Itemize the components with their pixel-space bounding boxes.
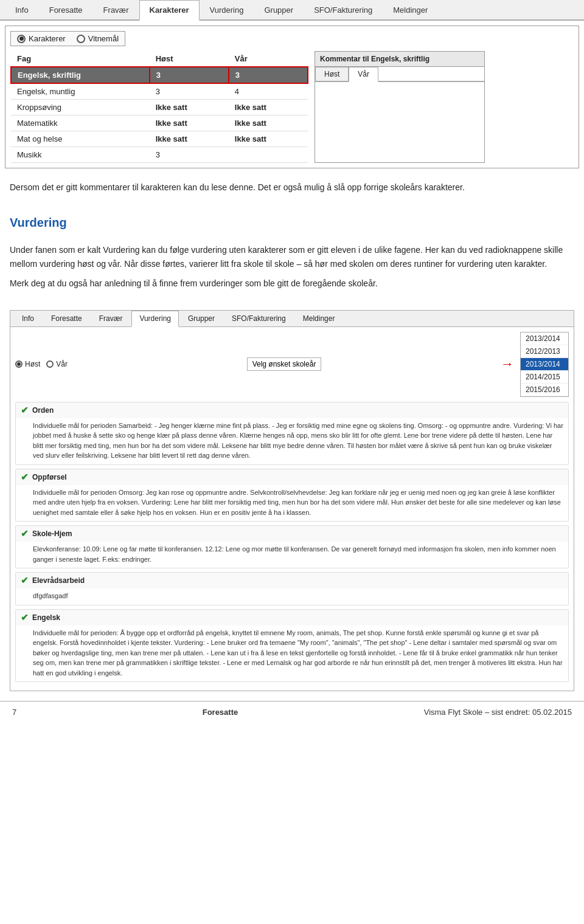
subject-name-elevrad: Elevrådsarbeid [32, 576, 85, 585]
nav-tab-foresatte[interactable]: Foresatte [39, 0, 93, 19]
subject-header-elevrad: ✔ Elevrådsarbeid [16, 573, 568, 588]
screenshot-nav-sfo[interactable]: SFO/Fakturering [224, 311, 294, 326]
comment-tab-host[interactable]: Høst [315, 67, 349, 81]
check-icon: ✔ [21, 575, 29, 586]
screenshot-controls: Høst Vår Velg ønsket skoleår → 2013/2014… [15, 332, 569, 397]
table-row[interactable]: Engelsk, muntlig 3 4 [11, 83, 308, 100]
screenshot-box: Info Foresatte Fravær Vurdering Grupper … [10, 310, 574, 692]
year-select-button[interactable]: Velg ønsket skoleår [247, 357, 322, 371]
subject-body-orden: Individuelle mål for perioden Samarbeid:… [16, 418, 568, 464]
nav-tab-fravar[interactable]: Fravær [93, 0, 139, 19]
radio-host-dot [15, 360, 23, 368]
subject-body-elevrad: dfgdfasgadf [16, 588, 568, 605]
host-cell: 3 [150, 147, 229, 163]
screenshot-nav-vurdering[interactable]: Vurdering [131, 311, 179, 327]
year-option[interactable]: 2014/2015 [521, 371, 568, 384]
table-row[interactable]: Engelsk, skriftlig 3 3 [11, 67, 308, 83]
comment-content [315, 82, 484, 155]
page-footer: 7 Foresatte Visma Flyt Skole – sist endr… [0, 701, 584, 723]
radio-var-small[interactable]: Vår [46, 360, 68, 368]
radio-vitnemal[interactable]: Vitnemål [77, 34, 119, 43]
var-cell: 4 [229, 83, 308, 100]
radio-host-label: Høst [25, 360, 40, 368]
nav-tab-grupper[interactable]: Grupper [254, 0, 304, 19]
table-row[interactable]: Musikk 3 [11, 147, 308, 163]
radio-var-label: Vår [56, 360, 68, 368]
footer-page-number: 7 [12, 708, 16, 717]
radio-var-dot [46, 360, 54, 368]
description-section: Dersom det er gitt kommentarer til karak… [0, 173, 584, 206]
nav-tab-karakterer[interactable]: Karakterer [139, 0, 200, 21]
fag-cell: Mat og helse [11, 131, 150, 147]
subject-name-oppforsel: Oppførsel [32, 473, 67, 481]
table-row[interactable]: Mat og helse Ikke satt Ikke satt [11, 131, 308, 147]
radio-host-small[interactable]: Høst [15, 360, 40, 368]
radio-karakterer[interactable]: Karakterer [17, 34, 66, 43]
fag-cell: Engelsk, muntlig [11, 83, 150, 100]
screenshot-nav-grupper[interactable]: Grupper [180, 311, 223, 326]
host-cell: Ikke satt [150, 100, 229, 116]
fag-cell: Kroppsøving [11, 100, 150, 116]
subject-body-skolehjem: Elevkonferanse: 10.09: Lene og far møtte… [16, 542, 568, 568]
fag-cell: Engelsk, skriftlig [11, 67, 150, 83]
check-icon: ✔ [21, 528, 29, 539]
screenshot-nav: Info Foresatte Fravær Vurdering Grupper … [10, 311, 574, 327]
description-section2: Under fanen som er kalt Vurdering kan du… [0, 236, 584, 302]
karakterer-section: Karakterer Vitnemål Fag Høst Vår Engelsk… [5, 26, 579, 168]
var-cell: Ikke satt [229, 116, 308, 131]
nav-tab-meldinger[interactable]: Meldinger [383, 0, 438, 19]
nav-tab-sfo[interactable]: SFO/Fakturering [304, 0, 383, 19]
host-cell: 3 [150, 83, 229, 100]
subject-name-skolehjem: Skole-Hjem [32, 529, 72, 538]
year-option[interactable]: 2012/2013 [521, 345, 568, 358]
radio-vitnemal-indicator [77, 35, 85, 43]
subject-name-orden: Orden [32, 406, 54, 415]
subject-body-engelsk: Individuelle mål for perioden: Å bygge o… [16, 626, 568, 682]
year-dropdown: 2013/2014 2012/2013 2013/2014 2014/2015 … [520, 332, 569, 397]
subject-block-oppforsel: ✔ Oppførsel Individuelle mål for periode… [15, 469, 569, 522]
check-icon: ✔ [21, 612, 29, 623]
fag-cell: Matematikk [11, 116, 150, 131]
col-host: Høst [150, 51, 229, 67]
footer-center-text: Foresatte [203, 708, 238, 717]
check-icon: ✔ [21, 472, 29, 483]
host-cell: Ikke satt [150, 131, 229, 147]
screenshot-nav-fravar[interactable]: Fravær [91, 311, 131, 326]
screenshot-nav-foresatte[interactable]: Foresatte [43, 311, 90, 326]
host-cell: 3 [150, 67, 229, 83]
var-cell [229, 147, 308, 163]
table-row[interactable]: Matematikk Ikke satt Ikke satt [11, 116, 308, 131]
screenshot-nav-info[interactable]: Info [14, 311, 42, 326]
desc-paragraph3: Merk deg at du også har anledning til å … [10, 277, 574, 290]
screenshot-body: Høst Vår Velg ønsket skoleår → 2013/2014… [10, 327, 574, 691]
comment-panel-title: Kommentar til Engelsk, skriftlig [315, 52, 484, 67]
grades-container: Fag Høst Vår Engelsk, skriftlig 3 3 Enge… [10, 51, 574, 163]
subject-header-engelsk: ✔ Engelsk [16, 610, 568, 626]
radio-vitnemal-label: Vitnemål [88, 34, 119, 43]
subject-block-skolehjem: ✔ Skole-Hjem Elevkonferanse: 10.09: Lene… [15, 525, 569, 568]
var-cell: Ikke satt [229, 100, 308, 116]
subject-body-oppforsel: Individuelle mål for perioden Omsorg: Je… [16, 485, 568, 522]
top-navigation: Info Foresatte Fravær Karakterer Vurderi… [0, 0, 584, 21]
nav-tab-info[interactable]: Info [5, 0, 39, 19]
subject-header-oppforsel: ✔ Oppførsel [16, 469, 568, 485]
year-option[interactable]: 2015/2016 [521, 384, 568, 396]
year-option-selected[interactable]: 2013/2014 [521, 358, 568, 371]
screenshot-nav-meldinger[interactable]: Meldinger [295, 311, 343, 326]
radio-karakterer-indicator [17, 35, 26, 43]
nav-tab-vurdering[interactable]: Vurdering [200, 0, 254, 19]
footer-right-text: Visma Flyt Skole – sist endret: 05.02.20… [424, 708, 572, 717]
table-row[interactable]: Kroppsøving Ikke satt Ikke satt [11, 100, 308, 116]
year-option[interactable]: 2013/2014 [521, 333, 568, 345]
desc-paragraph2: Under fanen som er kalt Vurdering kan du… [10, 243, 574, 271]
check-icon: ✔ [21, 405, 29, 416]
subject-block-engelsk: ✔ Engelsk Individuelle mål for perioden:… [15, 609, 569, 683]
comment-panel: Kommentar til Engelsk, skriftlig Høst Vå… [315, 51, 485, 163]
var-cell: 3 [229, 67, 308, 83]
col-fag: Fag [11, 51, 150, 67]
host-cell: Ikke satt [150, 116, 229, 131]
desc-paragraph1: Dersom det er gitt kommentarer til karak… [10, 181, 574, 194]
subject-block-orden: ✔ Orden Individuelle mål for perioden Sa… [15, 402, 569, 465]
comment-tab-var[interactable]: Vår [349, 67, 378, 82]
radio-karakterer-label: Karakterer [29, 34, 66, 43]
